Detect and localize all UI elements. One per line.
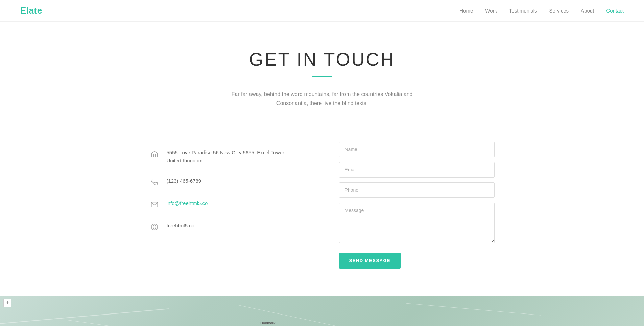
- name-input[interactable]: [339, 142, 495, 157]
- email-item: info@freehtml5.co: [150, 199, 292, 209]
- site-logo[interactable]: Elate: [20, 5, 42, 16]
- email-field-wrapper: [339, 162, 495, 178]
- address-text: 5555 Love Paradise 56 New Clity 5655, Ex…: [167, 148, 292, 165]
- nav-testimonials[interactable]: Testimonials: [509, 8, 537, 14]
- nav-about[interactable]: About: [581, 8, 594, 14]
- map-section: United Kingdom Danmark Kobenhavn +: [0, 296, 644, 326]
- email-text: info@freehtml5.co: [167, 199, 208, 207]
- nav-work[interactable]: Work: [485, 8, 497, 14]
- email-icon: [150, 200, 159, 209]
- site-header: Elate Home Work Testimonials Services Ab…: [0, 0, 644, 22]
- message-field-wrapper: [339, 203, 495, 245]
- map-label-danmark: Danmark: [260, 321, 276, 325]
- nav-home[interactable]: Home: [459, 8, 473, 14]
- name-field-wrapper: [339, 142, 495, 157]
- hero-divider: [312, 76, 332, 77]
- contact-info: 5555 Love Paradise 56 New Clity 5655, Ex…: [150, 142, 292, 269]
- email-link[interactable]: info@freehtml5.co: [167, 200, 208, 206]
- hero-title: GET IN TOUCH: [7, 49, 637, 70]
- phone-input[interactable]: [339, 182, 495, 198]
- nav-contact[interactable]: Contact: [606, 8, 624, 14]
- contact-section: 5555 Love Paradise 56 New Clity 5655, Ex…: [86, 128, 559, 296]
- phone-text: (123) 465-6789: [167, 177, 201, 185]
- phone-field-wrapper: [339, 182, 495, 198]
- phone-item: (123) 465-6789: [150, 177, 292, 187]
- website-text: freehtml5.co: [167, 222, 195, 230]
- hero-section: GET IN TOUCH Far far away, behind the wo…: [0, 22, 644, 128]
- home-icon: [150, 149, 159, 159]
- map-zoom-in[interactable]: +: [3, 299, 11, 307]
- message-input[interactable]: [339, 203, 495, 243]
- globe-icon: [150, 222, 159, 232]
- main-nav: Home Work Testimonials Services About Co…: [459, 8, 624, 14]
- send-button[interactable]: SEND MESSAGE: [339, 253, 401, 269]
- address-item: 5555 Love Paradise 56 New Clity 5655, Ex…: [150, 148, 292, 165]
- contact-form: SEND MESSAGE: [339, 142, 495, 269]
- nav-services[interactable]: Services: [549, 8, 569, 14]
- phone-icon: [150, 178, 159, 187]
- website-item: freehtml5.co: [150, 222, 292, 232]
- hero-description: Far far away, behind the word mountains,…: [217, 90, 427, 108]
- map-background: United Kingdom Danmark Kobenhavn +: [0, 296, 644, 326]
- email-input[interactable]: [339, 162, 495, 178]
